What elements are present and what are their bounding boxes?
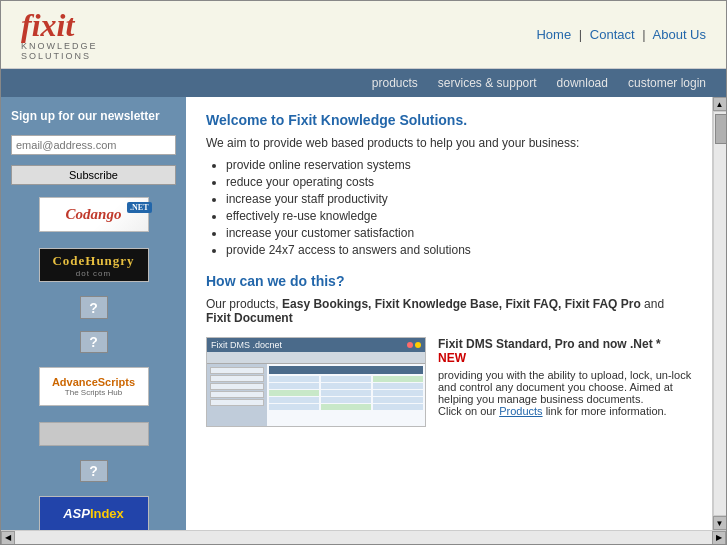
dms-cell-8: [321, 390, 371, 396]
dms-cell-6: [373, 383, 423, 389]
dms-header-row: [269, 366, 423, 374]
dms-title-text: Fixit DMS Standard, Pro and now .Net *: [438, 337, 661, 351]
bullet-list: provide online reservation systems reduc…: [226, 158, 692, 257]
dms-cell-13: [269, 404, 319, 410]
sep2: |: [642, 27, 645, 42]
dms-dots: [407, 342, 421, 348]
dms-data-row-1: [269, 376, 423, 382]
dms-title-bar: Fixit DMS .docnet: [207, 338, 425, 352]
dms-cell-7: [269, 390, 319, 396]
codehungry-banner[interactable]: CodeHungry dot com: [39, 248, 149, 283]
download-nav[interactable]: download: [557, 76, 608, 90]
body-area: Sign up for our newsletter Subscribe Cod…: [1, 97, 726, 530]
sep1: |: [579, 27, 582, 42]
top-nav: Home | Contact | About Us: [536, 27, 706, 42]
products-nav[interactable]: products: [372, 76, 418, 90]
dms-title: Fixit DMS .docnet: [211, 340, 282, 350]
home-link[interactable]: Home: [536, 27, 571, 42]
dot-red: [407, 342, 413, 348]
product-box: Fixit DMS .docnet: [206, 337, 692, 427]
scroll-thumb[interactable]: [715, 114, 727, 144]
bullet-2: reduce your operating costs: [226, 175, 692, 189]
dms-row-2: [210, 375, 264, 382]
dms-row-5: [210, 399, 264, 406]
contact-link[interactable]: Contact: [590, 27, 635, 42]
about-link[interactable]: About Us: [653, 27, 706, 42]
gray-banner: [39, 422, 149, 446]
scroll-left-arrow[interactable]: ◀: [1, 531, 15, 545]
dms-data-row-5: [269, 404, 423, 410]
logo-subtitle: KNOWLEDGESOLUTIONS: [21, 41, 98, 61]
logo-it: it: [57, 7, 75, 43]
codango-banner[interactable]: Codango .NET: [39, 197, 149, 232]
main-layout: Sign up for our newsletter Subscribe Cod…: [1, 97, 712, 530]
new-badge: NEW: [438, 351, 466, 365]
click-prefix: Click on our: [438, 405, 496, 417]
dms-info: Fixit DMS Standard, Pro and now .Net * N…: [438, 337, 692, 427]
dms-cell-10: [269, 397, 319, 403]
subscribe-button[interactable]: Subscribe: [11, 165, 176, 185]
dms-cell-9: [373, 390, 423, 396]
bottom-scrollbar: ◀ ▶: [1, 530, 726, 544]
question-btn-2[interactable]: ?: [80, 331, 108, 353]
dms-cell-3: [373, 376, 423, 382]
welcome-text: We aim to provide web based products to …: [206, 136, 692, 150]
bullet-4: effectively re-use knowledge: [226, 209, 692, 223]
asp-text: ASP: [63, 506, 90, 521]
asp-index: Index: [90, 506, 124, 521]
question-btn-3[interactable]: ?: [80, 460, 108, 482]
bullet-6: provide 24x7 access to answers and solut…: [226, 243, 692, 257]
how-title: How can we do this?: [206, 273, 692, 289]
bullet-1: provide online reservation systems: [226, 158, 692, 172]
dms-data-row-3: [269, 390, 423, 396]
scroll-right-arrow[interactable]: ▶: [712, 531, 726, 545]
dms-cell-14: [321, 404, 371, 410]
dms-row-3: [210, 383, 264, 390]
how-and: and: [641, 297, 664, 311]
advance-scripts-banner[interactable]: AdvanceScripts The Scripts Hub: [39, 367, 149, 406]
scroll-down-arrow[interactable]: ▼: [713, 516, 727, 530]
logo: fixit: [21, 9, 74, 41]
asp-banner[interactable]: ASP Index: [39, 496, 149, 530]
dms-left-panel: [207, 364, 267, 426]
dms-cell-12: [373, 397, 423, 403]
welcome-title: Welcome to Fixit Knowledge Solutions.: [206, 112, 692, 128]
dms-cell-5: [321, 383, 371, 389]
scroll-track[interactable]: [713, 111, 727, 516]
bullet-5: increase your customer satisfaction: [226, 226, 692, 240]
dms-screenshot: Fixit DMS .docnet: [206, 337, 426, 427]
dms-cell-4: [269, 383, 319, 389]
logo-area: fixit KNOWLEDGESOLUTIONS: [21, 9, 98, 61]
dms-click-text: Click on our Products link for more info…: [438, 405, 692, 417]
navbar: products services & support download cus…: [1, 69, 726, 97]
advance-title: AdvanceScripts: [52, 376, 135, 388]
how-products: Easy Bookings, Fixit Knowledge Base, Fix…: [282, 297, 641, 311]
how-last: Fixit Document: [206, 311, 293, 325]
dms-info-title: Fixit DMS Standard, Pro and now .Net * N…: [438, 337, 692, 365]
sidebar: Sign up for our newsletter Subscribe Cod…: [1, 97, 186, 530]
dms-cell-11: [321, 397, 371, 403]
dot-yellow: [415, 342, 421, 348]
dms-main-panel: [267, 364, 425, 426]
question-btn-1[interactable]: ?: [80, 296, 108, 318]
products-link[interactable]: Products: [499, 405, 542, 417]
link-suffix: link for more information.: [546, 405, 667, 417]
scroll-track-h[interactable]: [15, 531, 712, 545]
codehungry-top: CodeHungry: [52, 253, 134, 269]
email-input[interactable]: [11, 135, 176, 155]
dms-body: [207, 364, 425, 426]
logo-fix: fix: [21, 7, 57, 43]
header: fixit KNOWLEDGESOLUTIONS Home | Contact …: [1, 1, 726, 69]
services-nav[interactable]: services & support: [438, 76, 537, 90]
advance-sub: The Scripts Hub: [65, 388, 122, 397]
codehungry-bot: dot com: [76, 269, 111, 278]
content: Welcome to Fixit Knowledge Solutions. We…: [186, 97, 712, 530]
dms-toolbar: [207, 352, 425, 364]
customer-login-nav[interactable]: customer login: [628, 76, 706, 90]
scroll-up-arrow[interactable]: ▲: [713, 97, 727, 111]
page-area: Sign up for our newsletter Subscribe Cod…: [1, 97, 712, 530]
right-scrollbar: ▲ ▼: [712, 97, 726, 530]
dms-data-row-2: [269, 383, 423, 389]
how-text: Our products, Easy Bookings, Fixit Knowl…: [206, 297, 692, 325]
dms-cell-15: [373, 404, 423, 410]
